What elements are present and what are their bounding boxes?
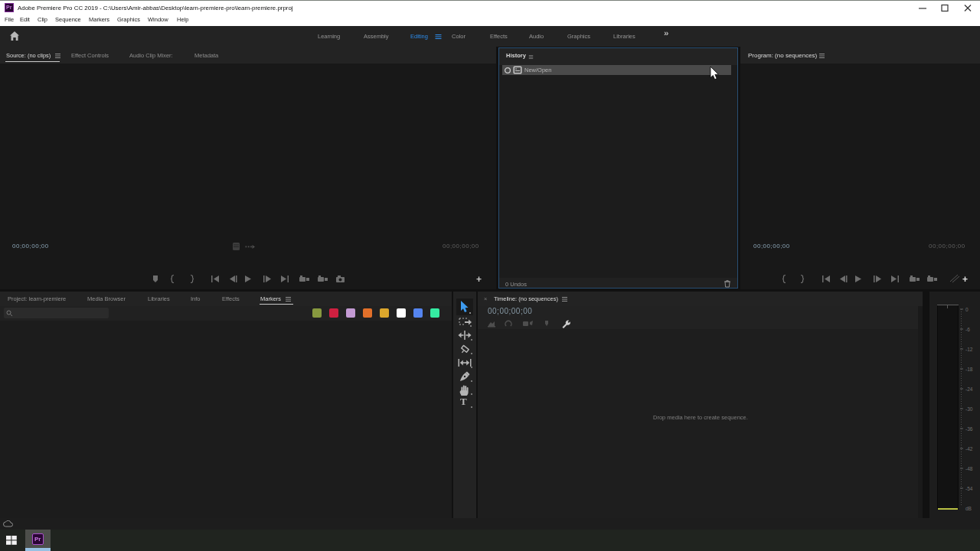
svg-text:-18: -18 bbox=[965, 367, 973, 372]
svg-text:-6: -6 bbox=[965, 327, 970, 332]
svg-text:-42: -42 bbox=[965, 446, 973, 452]
svg-text:dB: dB bbox=[965, 506, 972, 511]
svg-text:-12: -12 bbox=[965, 347, 973, 352]
svg-text:-36: -36 bbox=[965, 426, 973, 432]
svg-text:0: 0 bbox=[965, 307, 969, 312]
svg-text:-48: -48 bbox=[965, 466, 973, 471]
svg-text:-24: -24 bbox=[965, 386, 973, 392]
svg-text:-30: -30 bbox=[965, 406, 973, 412]
svg-text:-54: -54 bbox=[965, 486, 973, 491]
